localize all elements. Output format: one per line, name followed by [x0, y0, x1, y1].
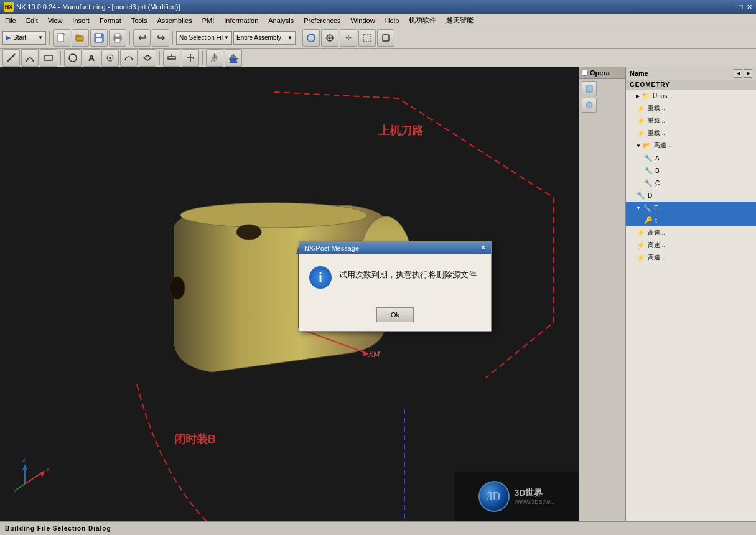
nav-item-a[interactable]: 🔧 A — [626, 152, 756, 164]
nav-item-c[interactable]: 🔧 C — [626, 177, 756, 189]
nav-item-gaoshu2[interactable]: ⚡ 高速... — [626, 226, 756, 239]
dialog-title-bar: NX/Post Message ✕ — [299, 242, 491, 254]
nav-item-reload1[interactable]: ⚡ 重载... — [626, 102, 756, 114]
nav-item-e[interactable]: ▼ 🔧 E — [626, 202, 756, 214]
nav-label-e: E — [654, 205, 658, 212]
right-panel-icons — [579, 79, 625, 115]
watermark-globe: 3D — [478, 481, 510, 512]
move3d-btn[interactable] — [182, 49, 199, 67]
menu-jigong[interactable]: 机功软件 — [404, 14, 441, 26]
nav-item-t[interactable]: 🔑 t — [626, 214, 756, 226]
right-icon-1[interactable] — [582, 81, 597, 96]
nav-scroll-right[interactable]: ▶ — [744, 69, 752, 78]
op-icon-b: 🔧 — [643, 165, 653, 175]
separator6 — [159, 51, 160, 65]
maximize-btn[interactable]: □ — [739, 3, 743, 11]
nav-item-reload3[interactable]: ⚡ 重载... — [626, 127, 756, 139]
axes-indicator-svg: X Z Y — [12, 453, 56, 496]
menu-tools[interactable]: Tools — [126, 16, 152, 26]
menu-analysis[interactable]: Analysis — [263, 16, 299, 26]
rect-btn[interactable] — [40, 49, 57, 67]
print-btn[interactable] — [109, 29, 126, 47]
menu-help[interactable]: Help — [380, 16, 404, 26]
right-icon-2[interactable] — [582, 98, 597, 113]
expand-gaoshu[interactable]: ▼ — [636, 143, 641, 149]
redo-btn[interactable]: ↪ — [152, 29, 169, 47]
arc-btn[interactable] — [21, 49, 39, 67]
viewport-3d[interactable]: ZM XM YM 上机刀路 闭时装B X — [0, 67, 579, 521]
separator1 — [49, 31, 50, 45]
snap-btn[interactable] — [321, 29, 338, 47]
menu-file[interactable]: File — [0, 16, 21, 26]
op-icon-gaoshu2: ⚡ — [636, 228, 646, 238]
menu-window[interactable]: Window — [346, 16, 380, 26]
text-btn[interactable]: A — [83, 49, 100, 67]
dialog-message: 试用次数到期，执意执行将删除源文件 — [339, 266, 481, 281]
triad-btn[interactable] — [206, 49, 223, 67]
rotate-view-btn[interactable] — [302, 29, 320, 47]
surface-btn[interactable] — [139, 49, 156, 67]
start-dropdown[interactable]: ▶ Start ▼ — [2, 31, 46, 45]
nav-item-d[interactable]: 🔧 D — [626, 189, 756, 202]
dim-btn[interactable] — [101, 49, 119, 67]
svg-line-51 — [16, 484, 25, 490]
new-file-btn[interactable] — [53, 29, 70, 47]
info-icon: i — [309, 266, 332, 289]
separator5 — [60, 51, 61, 65]
orient-btn[interactable] — [225, 49, 242, 67]
undo-btn[interactable]: ↩ — [133, 29, 151, 47]
line-btn[interactable] — [2, 49, 20, 67]
selection-filter-label: No Selection Fil — [179, 34, 223, 41]
nav-item-b[interactable]: 🔧 B — [626, 164, 756, 177]
close-btn[interactable]: ✕ — [747, 3, 752, 11]
svg-marker-48 — [40, 471, 45, 477]
selection-filter-dropdown[interactable]: No Selection Fil ▼ — [176, 31, 232, 45]
curve3d-btn[interactable] — [120, 49, 138, 67]
redo-icon: ↪ — [157, 32, 165, 44]
svg-point-36 — [236, 225, 261, 240]
op-icon-d: 🔧 — [636, 190, 646, 200]
minimize-btn[interactable]: ─ — [730, 3, 735, 11]
svg-rect-6 — [96, 38, 102, 42]
move-btn[interactable]: ✛ — [340, 29, 357, 47]
nav-item-gaoshu3[interactable]: ⚡ 高速... — [626, 239, 756, 251]
start-icon: ▶ — [6, 34, 11, 41]
frame-btn[interactable] — [377, 29, 394, 47]
nav-item-reload2[interactable]: ⚡ 重载... — [626, 114, 756, 127]
ok-button[interactable]: Ok — [376, 307, 414, 322]
menu-pmi[interactable]: PMI — [197, 16, 220, 26]
menu-information[interactable]: Information — [219, 16, 263, 26]
main-area: ZM XM YM 上机刀路 闭时装B X — [0, 67, 756, 521]
menu-format[interactable]: Format — [95, 16, 126, 26]
menu-preferences[interactable]: Preferences — [299, 16, 345, 26]
assembly-filter-dropdown[interactable]: Entire Assembly ▼ — [233, 31, 296, 45]
constraint-btn[interactable] — [163, 49, 180, 67]
expand-e[interactable]: ▼ — [636, 205, 641, 211]
nav-scroll-left[interactable]: ◀ — [734, 69, 742, 78]
svg-text:XM: XM — [368, 350, 380, 359]
nav-item-unus[interactable]: ▶ 📁 Unus... — [626, 90, 756, 102]
circle-btn[interactable] — [64, 49, 82, 67]
nav-label-gaoshu2: 高速... — [648, 228, 665, 237]
nav-item-gaoshu[interactable]: ▼ 📂 高速... — [626, 139, 756, 152]
select-all-btn[interactable] — [358, 29, 376, 47]
message-dialog[interactable]: NX/Post Message ✕ i 试用次数到期，执意执行将删除源文件 Ok — [299, 241, 492, 332]
open-file-btn[interactable] — [72, 29, 89, 47]
expand-unus[interactable]: ▶ — [636, 93, 640, 99]
save-file-btn[interactable] — [90, 29, 108, 47]
menu-insert[interactable]: Insert — [67, 16, 95, 26]
menu-edit[interactable]: Edit — [21, 16, 43, 26]
folder-gaoshu-icon: 📂 — [642, 141, 652, 151]
opera-checkbox[interactable] — [582, 70, 588, 76]
watermark-text-block: 3D世界 WWW.3DSJW... — [515, 488, 555, 505]
menu-yuemei[interactable]: 越美智能 — [441, 14, 478, 26]
title-text: NX 10.0.0.24 - Manufacturing - [model3.p… — [16, 3, 180, 11]
dialog-close-btn[interactable]: ✕ — [480, 244, 486, 252]
menu-view[interactable]: View — [43, 16, 68, 26]
svg-point-20 — [69, 54, 77, 62]
nav-item-gaoshu4[interactable]: ⚡ 高速... — [626, 251, 756, 264]
menu-assemblies[interactable]: Assemblies — [152, 16, 197, 26]
menu-bar: File Edit View Insert Format Tools Assem… — [0, 14, 756, 27]
dialog-content: i 试用次数到期，执意执行将删除源文件 — [299, 254, 491, 301]
toolbar2: A — [0, 49, 756, 67]
